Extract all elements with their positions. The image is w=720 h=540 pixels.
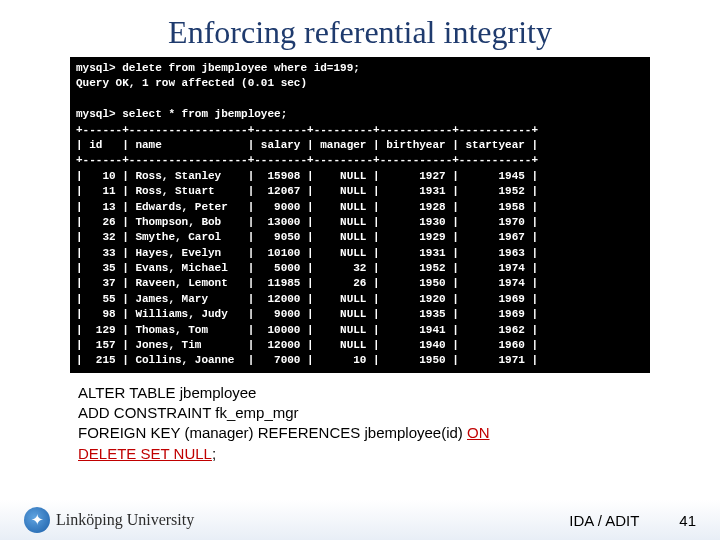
page-number: 41: [679, 512, 696, 529]
sql-line-4: DELETE SET NULL;: [78, 444, 720, 464]
sql-text: FOREIGN KEY (manager) REFERENCES jbemplo…: [78, 424, 467, 441]
sql-on-keyword: ON: [467, 424, 490, 441]
sql-statement: ALTER TABLE jbemployee ADD CONSTRAINT fk…: [78, 383, 720, 464]
sql-line-1: ALTER TABLE jbemployee: [78, 383, 720, 403]
slide-title: Enforcing referential integrity: [0, 0, 720, 57]
mysql-terminal: mysql> delete from jbemployee where id=1…: [70, 57, 650, 373]
logo-text: Linköping University: [56, 511, 194, 529]
university-logo: ✦ Linköping University: [24, 507, 194, 533]
sql-semicolon: ;: [212, 445, 216, 462]
slide-footer: ✦ Linköping University IDA / ADIT 41: [0, 500, 720, 540]
footer-right: IDA / ADIT 41: [569, 512, 696, 529]
sql-line-3: FOREIGN KEY (manager) REFERENCES jbemplo…: [78, 423, 720, 443]
sql-line-2: ADD CONSTRAINT fk_emp_mgr: [78, 403, 720, 423]
source-label: IDA / ADIT: [569, 512, 639, 529]
logo-seal-icon: ✦: [24, 507, 50, 533]
sql-delete-set-null: DELETE SET NULL: [78, 445, 212, 462]
